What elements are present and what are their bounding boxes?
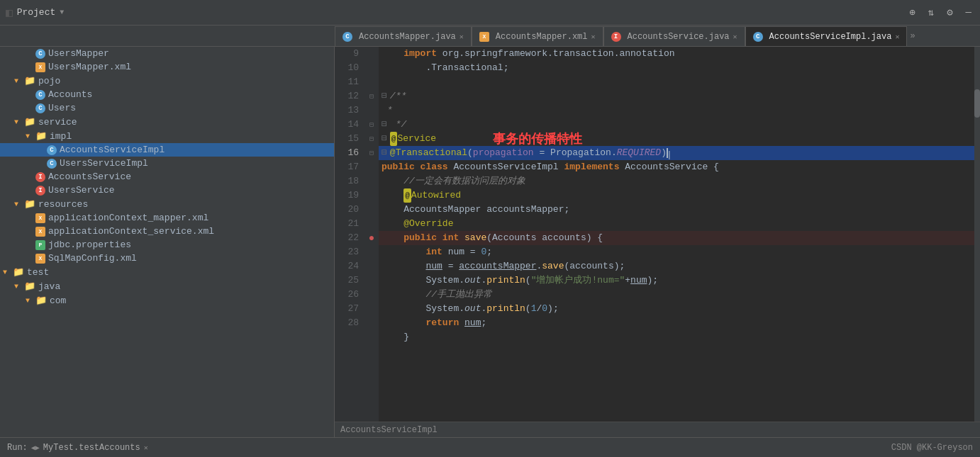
fold-indicator-16[interactable]: ⊟ [382, 146, 387, 160]
sidebar-item-usersmapper-folder[interactable]: C UsersMapper [0, 47, 334, 60]
code-line-9: import org.springframework.transaction.a… [379, 47, 974, 61]
sidebar-label: SqlMapConfig.xml [48, 253, 137, 264]
code-text: 0 [542, 302, 547, 316]
editor-area: 9 10 11 12 13 14 15 16 17 18 19 20 21 22… [335, 47, 980, 437]
code-line-12: ⊟/** [379, 89, 974, 103]
sidebar-item-accounts[interactable]: C Accounts [0, 88, 334, 101]
sidebar-item-appctx-mapper[interactable]: X applicationContext_mapper.xml [0, 211, 334, 225]
tab-accounts-service-java[interactable]: I AccountsService.java ✕ [603, 26, 745, 46]
fold-indicator-15[interactable]: ⊟ [382, 132, 387, 146]
sidebar-item-accounts-service-impl[interactable]: C AccountsServiceImpl [0, 143, 334, 157]
fold-icon-15[interactable]: ⊟ [369, 135, 374, 143]
tab-accounts-service-impl[interactable]: C AccountsServiceImpl.java ✕ [745, 26, 908, 46]
settings-icon[interactable]: ⚙ [944, 5, 955, 20]
ln-9: 9 [340, 47, 359, 61]
sidebar-label: java [38, 281, 60, 292]
run-arrow-icon[interactable]: ◀▶ [31, 444, 40, 452]
fold-close-icon[interactable]: ⊟ [369, 120, 374, 129]
ln-11: 11 [340, 75, 359, 89]
fold-icon[interactable]: ⊟ [369, 92, 374, 101]
ln-17: 17 [340, 160, 359, 174]
dropdown-arrow[interactable]: ▼ [60, 9, 64, 16]
folder-icon: 📁 [24, 75, 35, 86]
tab-close-service[interactable]: ✕ [733, 33, 737, 41]
sidebar-item-appctx-service[interactable]: X applicationContext_service.xml [0, 225, 334, 238]
code-text: save [464, 231, 486, 245]
sort-icon[interactable]: ⇅ [925, 5, 937, 20]
code-text: */ [390, 118, 406, 132]
folder-icon: 📁 [35, 295, 47, 306]
code-text: propagation [473, 146, 534, 160]
ln-21: 21 [340, 217, 359, 231]
tab-icon-mapper: C [343, 32, 352, 42]
gutter-10 [364, 61, 379, 75]
fold-indicator[interactable]: ⊟ [382, 118, 387, 132]
scrollbar-thumb[interactable] [974, 89, 980, 118]
gutter-14: ⊟ [364, 118, 379, 132]
gutter-16[interactable]: ⊟ [364, 146, 379, 160]
fold-indicator[interactable]: ⊟ [382, 89, 387, 103]
more-tabs-icon[interactable]: » [907, 31, 918, 41]
sidebar-item-service-folder[interactable]: ▼ 📁 service [0, 115, 334, 129]
tab-accounts-mapper-xml[interactable]: X AccountsMapper.xml ✕ [472, 26, 603, 46]
code-text: . [481, 302, 486, 316]
code-line-25: System.out.println("增加帐户成功!num="+num); [379, 273, 974, 288]
minimize-icon[interactable]: — [963, 5, 974, 20]
sidebar-item-sqlmap-config[interactable]: X SqlMapConfig.xml [0, 252, 334, 265]
sidebar-item-accounts-service[interactable]: I AccountsService [0, 170, 334, 184]
code-text: //手工抛出异常 [425, 288, 492, 302]
tab-close-mapper-java[interactable]: ✕ [460, 33, 464, 41]
tab-icon-mapper-xml: X [479, 32, 489, 42]
code-lines[interactable]: import org.springframework.transaction.a… [379, 47, 974, 422]
code-text: org.springframework.transaction.annotati… [442, 47, 675, 61]
gutter-21 [364, 217, 379, 231]
sidebar-item-users-service-impl[interactable]: C UsersServiceImpl [0, 157, 334, 170]
gutter-12[interactable]: ⊟ [364, 89, 379, 103]
sidebar-label: jdbc.properties [48, 239, 131, 250]
gutter-22[interactable]: ● [364, 231, 379, 245]
sidebar-item-pojo[interactable]: ▼ 📁 pojo [0, 74, 334, 88]
fold-icon-16[interactable]: ⊟ [369, 149, 374, 157]
sidebar-item-test-folder[interactable]: ▼ 📁 test [0, 265, 334, 279]
gutter-17 [364, 160, 379, 174]
tab-close-mapper-xml[interactable]: ✕ [591, 33, 595, 41]
run-section: Run: ◀▶ MyTest.testAccounts ✕ [7, 443, 148, 453]
run-test-label[interactable]: MyTest.testAccounts [43, 443, 140, 453]
code-text: return [425, 316, 464, 330]
gutter-9 [364, 47, 379, 61]
code-content[interactable]: 9 10 11 12 13 14 15 16 17 18 19 20 21 22… [335, 47, 980, 422]
code-text: //一定会有数据访问层的对象 [403, 174, 525, 188]
sidebar-item-java-folder[interactable]: ▼ 📁 java [0, 279, 334, 293]
tab-close-impl[interactable]: ✕ [895, 33, 899, 41]
code-text: implements [564, 160, 625, 174]
ln-19: 19 [340, 188, 359, 203]
tab-accounts-mapper-java[interactable]: C AccountsMapper.java ✕ [335, 26, 472, 46]
code-text [382, 288, 425, 302]
sidebar-item-resources-folder[interactable]: ▼ 📁 resources [0, 197, 334, 211]
ln-13: 13 [340, 103, 359, 118]
sidebar-item-users[interactable]: C Users [0, 101, 334, 115]
tab-icon-service: I [611, 32, 621, 42]
code-text [382, 316, 425, 330]
code-text: System. [382, 273, 464, 288]
breakpoint-icon[interactable]: ● [369, 232, 374, 244]
sidebar-item-usersmapper-xml[interactable]: X UsersMapper.xml [0, 60, 334, 74]
code-line-20: AccountsMapper accountsMapper; [379, 203, 974, 217]
project-label[interactable]: Project [17, 7, 56, 18]
sync-icon[interactable]: ⊕ [906, 5, 918, 20]
sidebar-item-jdbc-properties[interactable]: P jdbc.properties [0, 238, 334, 252]
tab-label-mapper-xml: AccountsMapper.xml [496, 32, 588, 42]
code-text: Propagation. [550, 146, 617, 160]
sidebar-item-com-folder[interactable]: ▼ 📁 com [0, 293, 334, 308]
run-close-icon[interactable]: ✕ [144, 444, 148, 452]
sidebar-item-impl-folder[interactable]: ▼ 📁 impl [0, 129, 334, 143]
gutter-15[interactable]: ⊟ [364, 132, 379, 146]
sidebar-label: com [50, 295, 66, 306]
scrollbar-right[interactable] [974, 47, 980, 422]
sidebar-label: service [38, 117, 77, 128]
xml-icon: X [35, 213, 45, 223]
sidebar-item-users-service[interactable]: I UsersService [0, 184, 334, 197]
code-text: println [486, 302, 525, 316]
code-text: } [382, 330, 409, 344]
code-text: 1 [531, 302, 537, 316]
